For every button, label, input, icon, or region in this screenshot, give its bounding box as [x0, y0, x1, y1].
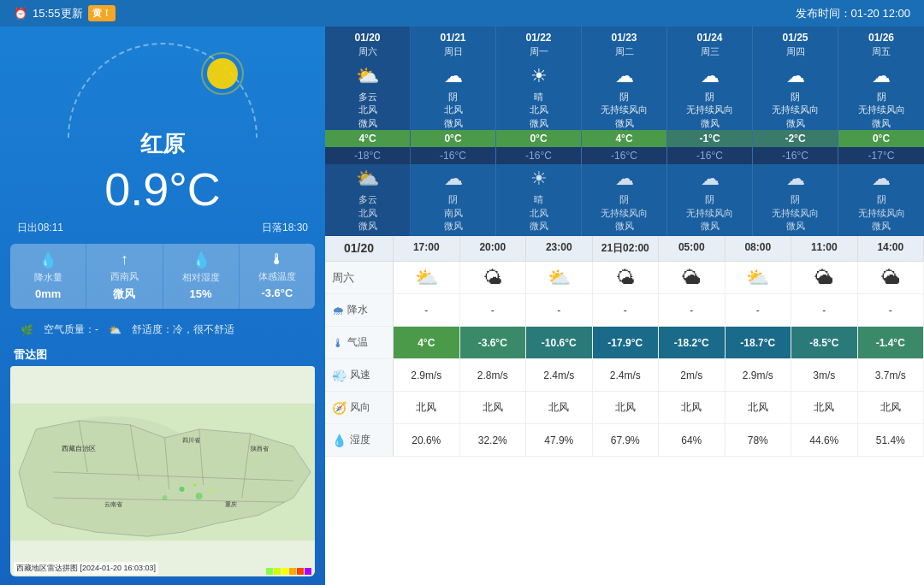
forecast-day-1: 01/21 周日 ☁ 阴北风微风 0°C -16°C ☁ 阴南风微风 [411, 27, 496, 236]
forecast-weekday-6: 周五 [872, 45, 891, 58]
detail-precipitation: 💧 降水量 0mm [10, 244, 86, 309]
hourly-precip-4: - [659, 294, 726, 326]
forecast-weekday-1: 周日 [444, 45, 463, 58]
publish-time: 发布时间：01-20 12:00 [796, 6, 910, 21]
main-temperature: 0.9°C [104, 162, 221, 216]
hourly-winddir-7: 北风 [858, 392, 925, 423]
forecast-day-6: 01/26 周五 ☁ 阴无持续风向微风 0°C -17°C ☁ 阴无持续风向微风 [838, 27, 924, 236]
svg-text:重庆: 重庆 [225, 501, 237, 507]
humidity-row-text: 湿度 [350, 433, 370, 447]
radar-label: 西藏地区雷达拼图 [2024-01-20 16:03:03] [14, 562, 158, 575]
hourly-temperature-label: 🌡 气温 [325, 327, 394, 358]
forecast-date-6: 01/26 [865, 27, 897, 45]
hourly-time-4: 05:00 [659, 236, 726, 261]
main-content: 红原 0.9°C 日出08:11 日落18:30 💧 降水量 0mm ↑ 西南风… [0, 27, 924, 585]
forecast-date-2: 01/22 [522, 27, 554, 45]
svg-text:四川省: 四川省 [182, 437, 200, 443]
hourly-temp-1: -3.6°C [460, 327, 527, 358]
forecast-weekday-3: 周二 [615, 45, 634, 58]
hourly-time-3: 21日02:00 [593, 236, 660, 261]
hourly-weather-icon-5: ⛅ [726, 262, 792, 293]
hourly-weather-icon-6: 🌥 [791, 262, 858, 293]
hourly-weather-icon-4: 🌥 [659, 262, 726, 293]
forecast-night-condition-1: 阴南风微风 [442, 193, 465, 236]
hourly-time-7: 14:00 [858, 236, 925, 261]
svg-point-14 [196, 493, 203, 499]
forecast-date-4: 01/24 [693, 27, 726, 45]
clock-icon: ⏰ [14, 7, 27, 20]
forecast-day-icon-4: ☁ [701, 65, 720, 87]
svg-point-16 [162, 495, 167, 500]
hourly-winddir-4: 北风 [659, 392, 726, 423]
temperature-row-text: 气温 [347, 335, 368, 350]
forecast-weekday-5: 周四 [786, 45, 805, 58]
hourly-temp-7: -1.4°C [858, 327, 925, 358]
svg-point-12 [180, 487, 185, 492]
sun-times: 日出08:11 日落18:30 [0, 221, 325, 235]
forecast-day-icon-6: ☁ [872, 65, 891, 87]
hourly-temp-0: 4°C [394, 327, 460, 358]
forecast-day-condition-2: 晴北风微风 [528, 91, 550, 130]
forecast-day-2: 01/22 周一 ☀ 晴北风微风 0°C -16°C ☀ 晴北风微风 [496, 27, 582, 236]
hourly-windspeed-2: 2.4m/s [526, 359, 593, 391]
svg-point-13 [193, 483, 197, 487]
forecast-weekday-4: 周三 [701, 45, 720, 58]
hourly-time-5: 08:00 [726, 236, 792, 261]
forecast-day-icon-1: ☁ [444, 65, 463, 87]
forecast-night-icon-0: ⛅ [356, 168, 379, 190]
hourly-precip-0: - [394, 294, 460, 326]
air-quality-bar: 🌿 空气质量：- ⛅ 舒适度：冷，很不舒适 [10, 317, 315, 342]
forecast-day-0: 01/20 周六 ⛅ 多云北风微风 4°C -18°C ⛅ 多云北风微风 [325, 27, 411, 236]
forecast-low-1: -16°C [411, 147, 495, 164]
hourly-precipitation-label: 🌧 降水 [325, 294, 394, 326]
forecast-weekday-2: 周一 [530, 45, 548, 58]
windspeed-row-text: 风速 [350, 368, 370, 382]
forecast-day-icon-3: ☁ [615, 65, 634, 87]
forecast-high-5: -2°C [753, 130, 838, 147]
hourly-windspeed-0: 2.9m/s [394, 359, 460, 391]
hourly-temp-3: -17.9°C [593, 327, 660, 358]
forecast-night-icon-5: ☁ [786, 168, 805, 190]
left-panel: 红原 0.9°C 日出08:11 日落18:30 💧 降水量 0mm ↑ 西南风… [0, 27, 325, 585]
hourly-windspeed-1: 2.8m/s [460, 359, 527, 391]
forecast-high-1: 0°C [411, 130, 495, 147]
humidity-label: 相对湿度 [169, 271, 234, 284]
forecast-low-4: -16°C [667, 147, 752, 164]
forecast-night-icon-2: ☀ [530, 168, 548, 190]
hourly-winddir-2: 北风 [526, 392, 593, 423]
hourly-weekday: 周六 [332, 270, 354, 286]
hourly-header: 01/2017:0020:0023:0021日02:0005:0008:0011… [325, 236, 924, 262]
forecast-high-2: 0°C [496, 130, 581, 147]
city-weather: 红原 0.9°C [0, 27, 325, 219]
forecast-night-icon-3: ☁ [615, 168, 634, 190]
detail-wind: ↑ 西南风 微风 [86, 244, 162, 309]
comfort-icon: ⛅ [109, 324, 121, 336]
forecast-day-condition-5: 阴无持续风向微风 [770, 91, 820, 130]
hourly-winddir-3: 北风 [593, 392, 660, 423]
forecast-high-4: -1°C [667, 130, 752, 147]
forecast-night-icon-6: ☁ [872, 168, 891, 190]
forecast-night-condition-6: 阴无持续风向微风 [856, 193, 907, 236]
forecast-low-6: -17°C [838, 147, 924, 164]
hourly-precip-7: - [858, 294, 925, 326]
winddirection-row-icon: 🧭 [332, 401, 346, 415]
hourly-windspeed-3: 2.4m/s [593, 359, 660, 391]
hourly-humidity-2: 47.9% [526, 424, 593, 456]
hourly-windspeed-row: 💨 风速 2.9m/s2.8m/s2.4m/s2.4m/s2m/s2.9m/s3… [325, 359, 924, 392]
humidity-icon: 💧 [169, 251, 234, 269]
hourly-weather-icon-2: ⛅ [526, 262, 593, 293]
hourly-humidity-6: 44.6% [791, 424, 858, 456]
hourly-winddir-6: 北风 [791, 392, 858, 423]
top-bar-left: ⏰ 15:55更新 黄！ [14, 5, 116, 21]
forecast-low-0: -18°C [325, 147, 410, 164]
forecast-high-3: 4°C [582, 130, 666, 147]
hourly-humidity-label: 💧 湿度 [325, 424, 394, 456]
sunrise-time: 日出08:11 [17, 221, 63, 235]
hourly-winddirection-row: 🧭 风向 北风北风北风北风北风北风北风北风 [325, 392, 924, 424]
forecast-night-condition-2: 晴北风微风 [528, 193, 550, 236]
hourly-temp-6: -8.5°C [791, 327, 858, 358]
forecast-night-icon-4: ☁ [701, 168, 720, 190]
precipitation-row-icon: 🌧 [332, 304, 344, 317]
svg-text:云南省: 云南省 [104, 501, 122, 507]
hourly-humidity-4: 64% [659, 424, 726, 456]
